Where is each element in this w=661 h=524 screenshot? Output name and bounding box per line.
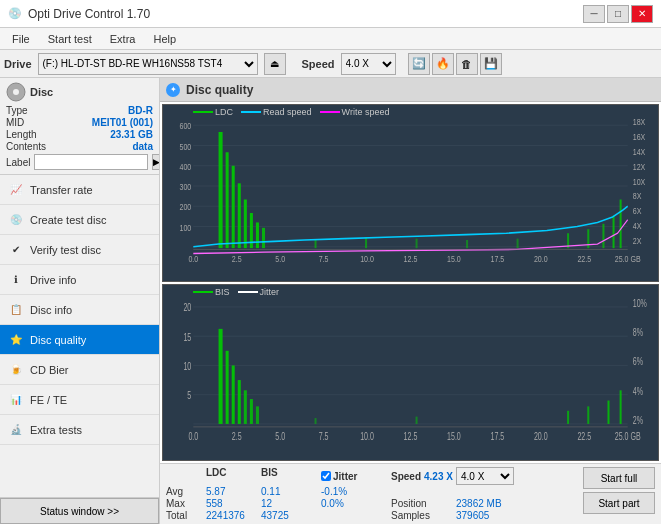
svg-text:12.5: 12.5 [404, 430, 418, 442]
burn-icon[interactable]: 🔥 [432, 53, 454, 75]
svg-text:25.0 GB: 25.0 GB [615, 253, 641, 264]
svg-text:10: 10 [183, 360, 191, 372]
erase-icon[interactable]: 🗑 [456, 53, 478, 75]
titlebar-title: Opti Drive Control 1.70 [28, 7, 150, 21]
titlebar: 💿 Opti Drive Control 1.70 ─ □ ✕ [0, 0, 661, 28]
svg-text:2.5: 2.5 [232, 253, 242, 264]
drive-info-icon: ℹ [8, 272, 24, 288]
length-key: Length [6, 129, 37, 140]
svg-text:15: 15 [183, 331, 191, 343]
menu-extra[interactable]: Extra [102, 31, 144, 47]
svg-rect-26 [232, 166, 235, 248]
fe-te-icon: 📊 [8, 392, 24, 408]
svg-text:8X: 8X [633, 190, 642, 201]
disc-panel: Disc Type BD-R MID MEIT01 (001) Length 2… [0, 78, 159, 175]
svg-text:7.5: 7.5 [319, 253, 329, 264]
disc-length-row: Length 23.31 GB [6, 129, 153, 140]
svg-text:300: 300 [180, 181, 192, 192]
nav-cd-bier[interactable]: 🍺 CD Bier [0, 355, 159, 385]
chart2-bis: BIS Jitter 20 15 [162, 284, 659, 462]
menubar: File Start test Extra Help [0, 28, 661, 50]
svg-rect-77 [567, 410, 569, 423]
contents-val: data [132, 141, 153, 152]
total-label: Total [166, 510, 206, 521]
avg-jitter: -0.1% [321, 486, 391, 497]
svg-rect-69 [226, 350, 229, 423]
drive-select[interactable]: (F:) HL-DT-ST BD-RE WH16NS58 TST4 [38, 53, 258, 75]
svg-text:12X: 12X [633, 161, 646, 172]
start-full-button[interactable]: Start full [583, 467, 655, 489]
menu-file[interactable]: File [4, 31, 38, 47]
nav-create-test-disc[interactable]: 💿 Create test disc [0, 205, 159, 235]
svg-text:5.0: 5.0 [275, 253, 285, 264]
col-blank [166, 467, 206, 485]
chart1-ldc: LDC Read speed Write speed [162, 104, 659, 282]
nav-transfer-rate-label: Transfer rate [30, 184, 93, 196]
menu-help[interactable]: Help [145, 31, 184, 47]
speed-select2[interactable]: 4.0 X 2.0 X 6.0 X 8.0 X [456, 467, 514, 485]
disc-type-row: Type BD-R [6, 105, 153, 116]
max-ldc: 558 [206, 498, 261, 509]
svg-rect-68 [219, 328, 223, 423]
svg-rect-76 [416, 416, 418, 423]
minimize-button[interactable]: ─ [583, 5, 605, 23]
jitter-checkbox[interactable] [321, 471, 331, 481]
start-part-button[interactable]: Start part [583, 492, 655, 514]
svg-text:5.0: 5.0 [275, 430, 285, 442]
titlebar-left: 💿 Opti Drive Control 1.70 [8, 7, 150, 21]
nav-extra-tests[interactable]: 🔬 Extra tests [0, 415, 159, 445]
position-val: 23862 MB [456, 498, 536, 509]
svg-text:4X: 4X [633, 220, 642, 231]
nav-drive-info-label: Drive info [30, 274, 76, 286]
contents-key: Contents [6, 141, 46, 152]
svg-text:0.0: 0.0 [188, 253, 198, 264]
speed-select[interactable]: 4.0 X 1.0 X 2.0 X 6.0 X 8.0 X [341, 53, 396, 75]
speed-val: 4.23 X [424, 471, 453, 482]
maximize-button[interactable]: □ [607, 5, 629, 23]
svg-rect-71 [238, 380, 241, 424]
nav-verify-test-disc[interactable]: ✔ Verify test disc [0, 235, 159, 265]
total-ldc: 2241376 [206, 510, 261, 521]
action-buttons: Start full Start part [583, 467, 655, 514]
refresh-icon[interactable]: 🔄 [408, 53, 430, 75]
svg-rect-79 [607, 400, 609, 423]
save-icon[interactable]: 💾 [480, 53, 502, 75]
label-input[interactable] [34, 154, 148, 170]
max-jitter: 0.0% [321, 498, 391, 509]
titlebar-controls[interactable]: ─ □ ✕ [583, 5, 653, 23]
menu-start-test[interactable]: Start test [40, 31, 100, 47]
nav-transfer-rate[interactable]: 📈 Transfer rate [0, 175, 159, 205]
chart1-legend: LDC Read speed Write speed [193, 107, 389, 117]
nav-disc-quality[interactable]: ⭐ Disc quality [0, 325, 159, 355]
type-val: BD-R [128, 105, 153, 116]
label-go-button[interactable]: ▶ [152, 154, 160, 170]
nav-drive-info[interactable]: ℹ Drive info [0, 265, 159, 295]
disc-info-icon: 📋 [8, 302, 24, 318]
nav-fe-te[interactable]: 📊 FE / TE [0, 385, 159, 415]
mid-key: MID [6, 117, 24, 128]
max-bis: 12 [261, 498, 306, 509]
svg-rect-30 [256, 222, 259, 248]
svg-rect-31 [262, 228, 265, 248]
svg-text:2%: 2% [633, 414, 643, 426]
svg-text:17.5: 17.5 [491, 430, 505, 442]
svg-rect-25 [226, 152, 229, 248]
chart1-svg: 600 500 400 300 200 100 18X 16X 14X 12X … [163, 105, 658, 281]
speed-label: Speed [302, 58, 335, 70]
nav-disc-quality-label: Disc quality [30, 334, 86, 346]
svg-text:14X: 14X [633, 146, 646, 157]
svg-text:500: 500 [180, 140, 192, 151]
nav-disc-info[interactable]: 📋 Disc info [0, 295, 159, 325]
nav-cd-bier-label: CD Bier [30, 364, 69, 376]
svg-text:10.0: 10.0 [360, 253, 374, 264]
charts-area: LDC Read speed Write speed [160, 102, 661, 463]
eject-button[interactable]: ⏏ [264, 53, 286, 75]
stats-area: LDC BIS Jitter Speed 4.23 X 4.0 X [160, 463, 661, 524]
svg-rect-24 [219, 132, 223, 248]
status-window-button[interactable]: Status window >> [0, 498, 159, 524]
svg-rect-36 [517, 239, 519, 248]
chart2-legend: BIS Jitter [193, 287, 279, 297]
close-button[interactable]: ✕ [631, 5, 653, 23]
svg-rect-70 [232, 365, 235, 424]
nav-create-test-disc-label: Create test disc [30, 214, 106, 226]
